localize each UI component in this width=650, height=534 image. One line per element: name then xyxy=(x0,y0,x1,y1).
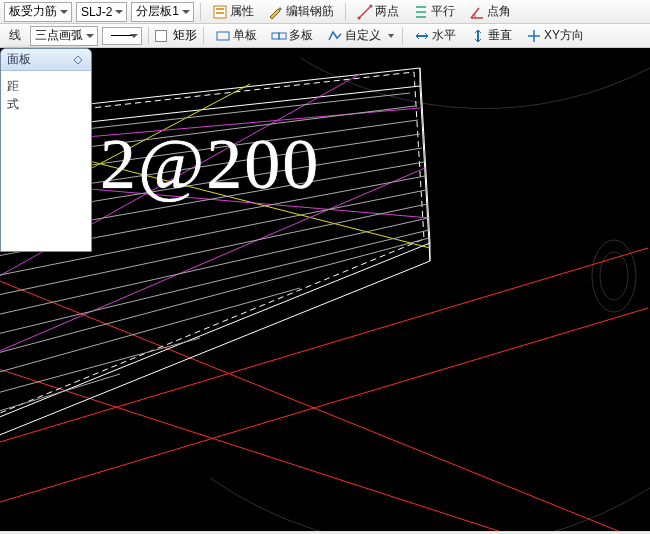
svg-line-18 xyxy=(0,273,648,534)
panel-titlebar[interactable]: 面板 xyxy=(1,49,91,71)
dropdown-rebar-code[interactable]: SLJ-2 xyxy=(76,2,127,22)
single-slab-icon xyxy=(215,28,231,44)
floating-panel[interactable]: 面板 距 式 xyxy=(0,48,92,252)
linestyle-preview xyxy=(111,35,133,36)
properties-label: 属性 xyxy=(230,3,254,20)
svg-point-4 xyxy=(358,16,361,19)
svg-rect-1 xyxy=(216,8,224,10)
panel-item-1[interactable]: 距 xyxy=(7,77,85,95)
svg-line-21 xyxy=(0,363,520,534)
twopoints-icon xyxy=(357,4,373,20)
horizontal-icon xyxy=(414,28,430,44)
separator xyxy=(200,3,201,21)
parallel-icon xyxy=(413,4,429,20)
dropdown-layer-label: 分层板1 xyxy=(136,3,179,20)
checkbox-rect[interactable] xyxy=(155,30,167,42)
svg-line-3 xyxy=(359,6,371,18)
panel-close-button[interactable] xyxy=(71,53,85,67)
multi-slab-label: 多板 xyxy=(289,27,313,44)
panel-title-text: 面板 xyxy=(7,51,31,68)
single-slab-button[interactable]: 单板 xyxy=(210,26,262,46)
point-angle-button[interactable]: 点角 xyxy=(464,2,516,22)
line-option[interactable]: 线 xyxy=(4,26,26,46)
dropdown-rebar-type-label: 板受力筋 xyxy=(9,3,57,20)
line-option-label: 线 xyxy=(9,27,21,44)
svg-point-16 xyxy=(592,240,636,312)
custom-icon xyxy=(327,28,343,44)
svg-line-19 xyxy=(0,248,648,448)
rect-label: 矩形 xyxy=(173,27,197,44)
vertical-icon xyxy=(470,28,486,44)
parallel-label: 平行 xyxy=(431,3,455,20)
horizontal-button[interactable]: 水平 xyxy=(409,26,461,46)
svg-rect-2 xyxy=(216,12,224,14)
svg-rect-11 xyxy=(279,33,286,39)
separator xyxy=(148,27,149,45)
dropdown-arc[interactable]: 三点画弧 xyxy=(30,26,98,46)
dropdown-rebar-type[interactable]: 板受力筋 xyxy=(4,2,72,22)
twopoints-label: 两点 xyxy=(375,3,399,20)
dropdown-arc-label: 三点画弧 xyxy=(35,27,83,44)
panel-body: 距 式 xyxy=(1,71,91,119)
properties-button[interactable]: 属性 xyxy=(207,2,259,22)
panel-item-2[interactable]: 式 xyxy=(7,95,85,113)
custom-button[interactable]: 自定义 xyxy=(322,26,396,46)
edit-rebar-icon xyxy=(268,4,284,20)
multi-slab-button[interactable]: 多板 xyxy=(266,26,318,46)
separator xyxy=(402,27,403,45)
xy-button[interactable]: XY方向 xyxy=(521,26,589,46)
edit-rebar-label: 编辑钢筋 xyxy=(286,3,334,20)
svg-point-17 xyxy=(600,252,628,300)
properties-icon xyxy=(212,4,228,20)
horizontal-label: 水平 xyxy=(432,27,456,44)
multi-slab-icon xyxy=(271,28,287,44)
svg-line-41 xyxy=(0,238,429,363)
parallel-button[interactable]: 平行 xyxy=(408,2,460,22)
cad-viewport[interactable]: 2@200 xyxy=(0,48,650,534)
point-angle-icon xyxy=(469,4,485,20)
xy-label: XY方向 xyxy=(544,27,584,44)
twopoints-button[interactable]: 两点 xyxy=(352,2,404,22)
dropdown-layer[interactable]: 分层板1 xyxy=(131,2,194,22)
dropdown-rebar-code-label: SLJ-2 xyxy=(81,5,112,19)
svg-line-44 xyxy=(0,374,120,423)
svg-line-42 xyxy=(0,288,300,383)
separator xyxy=(203,27,204,45)
custom-label: 自定义 xyxy=(345,27,381,44)
svg-line-20 xyxy=(0,308,648,508)
edit-rebar-button[interactable]: 编辑钢筋 xyxy=(263,2,339,22)
svg-rect-10 xyxy=(272,33,279,39)
dropdown-linestyle[interactable] xyxy=(102,27,142,45)
separator xyxy=(345,3,346,21)
toolbar-row-2: 线 三点画弧 矩形 单板 多板 自定义 水平 垂直 xyxy=(0,24,650,48)
toolbar-row-1: 板受力筋 SLJ-2 分层板1 属性 编辑钢筋 两点 平行 点角 xyxy=(0,0,650,24)
vertical-label: 垂直 xyxy=(488,27,512,44)
vertical-button[interactable]: 垂直 xyxy=(465,26,517,46)
svg-rect-9 xyxy=(217,32,229,40)
svg-point-5 xyxy=(370,4,373,7)
single-slab-label: 单板 xyxy=(233,27,257,44)
point-angle-label: 点角 xyxy=(487,3,511,20)
dropdown-arrow-icon xyxy=(383,28,391,44)
xy-icon xyxy=(526,28,542,44)
